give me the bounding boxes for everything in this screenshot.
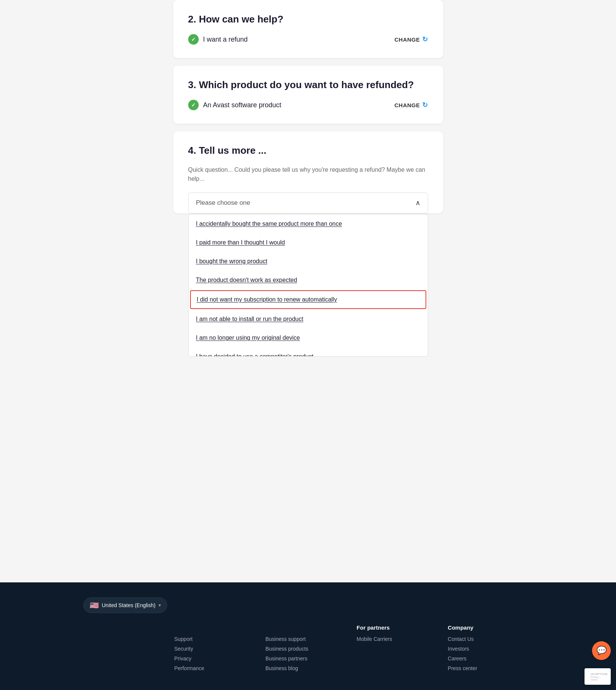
- section-3-answer-text: An Avast software product: [203, 101, 282, 109]
- footer-link-0-1[interactable]: Security: [174, 646, 259, 652]
- footer-link-3-3[interactable]: Press center: [448, 665, 533, 671]
- dropdown-item-0[interactable]: I accidentally bought the same product m…: [189, 214, 428, 233]
- chat-button[interactable]: 💬: [592, 641, 611, 660]
- section-2-change-button[interactable]: CHANGE ↻: [394, 35, 428, 44]
- language-label: United States (English): [102, 602, 156, 608]
- dropdown-item-5[interactable]: I am not able to install or run the prod…: [189, 310, 428, 328]
- dropdown-item-7[interactable]: I have decided to use a competitor's pro…: [189, 347, 428, 357]
- section-4-subtitle: Quick question... Could you please tell …: [188, 165, 428, 183]
- footer-top: 🇺🇸 United States (English) ▾: [83, 597, 533, 613]
- section-3-title: 3. Which product do you want to have ref…: [188, 79, 428, 91]
- section-2-card: 2. How can we help? I want a refund CHAN…: [173, 0, 443, 58]
- check-icon-2: [188, 34, 199, 45]
- section-2-answer-left: I want a refund: [188, 34, 248, 45]
- footer-link-1-2[interactable]: Business partners: [265, 656, 351, 662]
- footer-link-0-2[interactable]: Privacy: [174, 656, 259, 662]
- check-icon-3: [188, 100, 199, 110]
- dropdown-item-1[interactable]: I paid more than I thought I would: [189, 233, 428, 252]
- section-3-refresh-icon: ↻: [422, 101, 428, 109]
- dropdown-placeholder: Please choose one: [196, 199, 250, 207]
- dropdown-wrapper: Please choose one ∧ I accidentally bough…: [188, 192, 428, 213]
- section-3-change-button[interactable]: CHANGE ↻: [394, 101, 428, 109]
- section-2-answer-row: I want a refund CHANGE ↻: [188, 34, 428, 45]
- lang-chevron-icon: ▾: [159, 603, 161, 608]
- dropdown-item-2[interactable]: I bought the wrong product: [189, 252, 428, 271]
- footer-col-1: placeholderBusiness supportBusiness prod…: [265, 624, 351, 675]
- section-3-change-label: CHANGE: [394, 102, 420, 108]
- section-3-answer-left: An Avast software product: [188, 100, 282, 110]
- dropdown-item-4[interactable]: I did not want my subscription to renew …: [190, 290, 426, 309]
- chevron-up-icon: ∧: [415, 199, 420, 207]
- footer-link-3-0[interactable]: Contact Us: [448, 636, 533, 642]
- footer-col-2: For partnersMobile Carriers: [357, 624, 442, 675]
- footer-link-0-3[interactable]: Performance: [174, 665, 259, 671]
- footer-col-3: CompanyContact UsInvestorsCareersPress c…: [448, 624, 533, 675]
- section-2-title: 2. How can we help?: [188, 14, 428, 25]
- footer-inner: 🇺🇸 United States (English) ▾ placeholder…: [83, 597, 533, 675]
- footer: 🇺🇸 United States (English) ▾ placeholder…: [0, 582, 616, 690]
- footer-link-1-3[interactable]: Business blog: [265, 665, 351, 671]
- section-3-answer-row: An Avast software product CHANGE ↻: [188, 100, 428, 110]
- section-2-answer-text: I want a refund: [203, 36, 248, 44]
- footer-link-1-0[interactable]: Business support: [265, 636, 351, 642]
- footer-link-0-0[interactable]: Support: [174, 636, 259, 642]
- footer-col-title-2: For partners: [357, 624, 442, 631]
- section-4-title: 4. Tell us more ...: [188, 145, 428, 156]
- dropdown-list: I accidentally bought the same product m…: [188, 214, 428, 357]
- section-2-refresh-icon: ↻: [422, 35, 428, 44]
- recaptcha-badge: ✓ reCAPTCHA Privacy - Terms: [585, 668, 611, 685]
- section-2-change-label: CHANGE: [394, 36, 420, 43]
- footer-link-3-2[interactable]: Careers: [448, 656, 533, 662]
- footer-col-0: placeholderSupportSecurityPrivacyPerform…: [174, 624, 259, 675]
- section-4-card: 4. Tell us more ... Quick question... Co…: [173, 131, 443, 213]
- flag-icon: 🇺🇸: [90, 601, 99, 610]
- footer-link-1-1[interactable]: Business products: [265, 646, 351, 652]
- footer-links: placeholderSupportSecurityPrivacyPerform…: [83, 624, 533, 675]
- section-3-card: 3. Which product do you want to have ref…: [173, 66, 443, 124]
- footer-link-3-1[interactable]: Investors: [448, 646, 533, 652]
- footer-link-2-0[interactable]: Mobile Carriers: [357, 636, 442, 642]
- dropdown-header[interactable]: Please choose one ∧: [188, 192, 428, 213]
- dropdown-item-3[interactable]: The product doesn't work as expected: [189, 271, 428, 290]
- dropdown-item-6[interactable]: I am no longer using my original device: [189, 328, 428, 347]
- footer-col-title-3: Company: [448, 624, 533, 631]
- language-selector[interactable]: 🇺🇸 United States (English) ▾: [83, 597, 167, 613]
